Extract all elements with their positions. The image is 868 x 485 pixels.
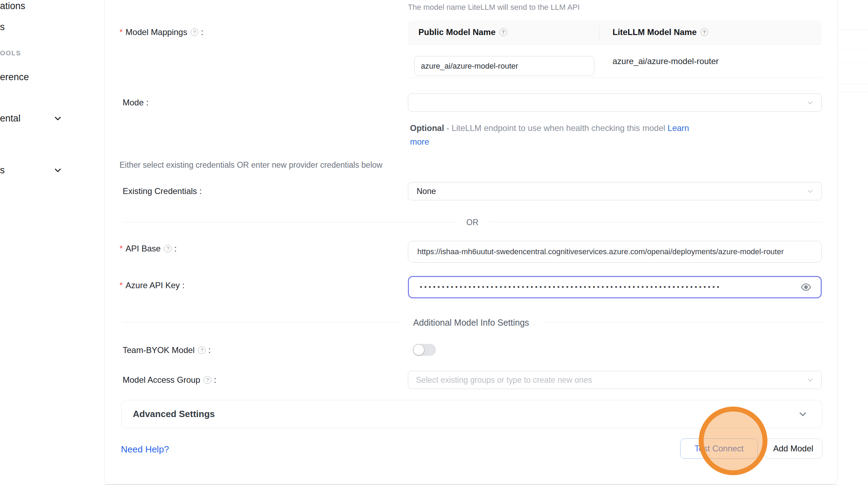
model-access-group-label: Model Access Group — [123, 375, 200, 385]
azure-api-key-label-row: * Azure API Key : — [119, 280, 185, 290]
label-colon: : — [182, 280, 185, 290]
gutter-line — [838, 92, 868, 92]
public-model-name-header-text: Public Model Name — [418, 27, 495, 37]
chevron-down-icon[interactable] — [54, 114, 62, 123]
help-icon[interactable]: ? — [198, 346, 206, 354]
help-icon[interactable]: ? — [204, 376, 211, 384]
chevron-down-icon — [806, 187, 814, 195]
mode-select[interactable] — [408, 93, 822, 112]
help-icon[interactable]: ? — [700, 28, 708, 36]
required-asterisk: * — [119, 244, 123, 254]
advanced-settings-title: Advanced Settings — [122, 409, 215, 420]
label-colon: : — [201, 27, 203, 37]
gutter-line — [838, 62, 868, 62]
team-byok-label-row: Team-BYOK Model ? : — [123, 345, 211, 355]
required-asterisk: * — [119, 280, 123, 290]
model-access-group-placeholder: Select existing groups or type to create… — [408, 375, 592, 385]
gutter-line — [838, 30, 868, 30]
help-icon[interactable]: ? — [164, 245, 172, 252]
api-base-label-row: * API Base ? : — [119, 244, 177, 254]
model-mapping-row: azure_ai/azure-model-router — [408, 44, 822, 78]
litellm-model-name-value: azure_ai/azure-model-router — [613, 44, 719, 78]
sidebar-item-s1[interactable]: s — [0, 22, 5, 33]
litellm-model-name-helper: The model name LiteLLM will send to the … — [408, 3, 580, 12]
model-mappings-table-header: Public Model Name ? LiteLLM Model Name ? — [408, 20, 822, 44]
litellm-model-name-header: LiteLLM Model Name ? — [599, 27, 708, 37]
litellm-model-name-header-text: LiteLLM Model Name — [613, 27, 697, 37]
password-dots: ••••••••••••••••••••••••••••••••••••••••… — [409, 283, 780, 291]
chevron-down-icon[interactable] — [54, 166, 62, 174]
public-model-name-input[interactable] — [414, 56, 594, 76]
azure-api-key-label: Azure API Key — [125, 280, 180, 290]
model-access-group-select[interactable]: Select existing groups or type to create… — [408, 371, 822, 389]
team-byok-toggle[interactable] — [413, 344, 436, 356]
mode-label-row: Mode : — [123, 98, 149, 108]
model-mappings-label-row: * Model Mappings ? : — [119, 27, 203, 37]
add-model-button[interactable]: Add Model — [764, 438, 822, 459]
or-divider-line-left — [123, 222, 456, 222]
help-icon[interactable]: ? — [499, 28, 507, 36]
model-mappings-label: Model Mappings — [125, 27, 187, 37]
public-model-name-header: Public Model Name ? — [408, 27, 599, 37]
info-divider-line-left — [123, 322, 398, 323]
sidebar-item-erence[interactable]: erence — [0, 72, 29, 83]
add-model-screen: ations s OOLS erence ental s The model n… — [0, 0, 868, 485]
sidebar-section-tools: OOLS — [0, 49, 21, 57]
chevron-down-icon — [806, 376, 814, 384]
existing-credentials-select[interactable]: None — [408, 182, 822, 200]
required-asterisk: * — [119, 27, 123, 37]
or-divider-text: OR — [456, 217, 489, 228]
need-help-link[interactable]: Need Help? — [121, 444, 169, 455]
mode-help-body: - LiteLLM endpoint to use when health ch… — [444, 123, 668, 133]
api-base-input-wrap — [408, 241, 822, 263]
sidebar-item-ental[interactable]: ental — [0, 113, 21, 124]
chevron-down-icon — [806, 98, 814, 107]
existing-credentials-value: None — [408, 187, 436, 196]
azure-api-key-input[interactable]: ••••••••••••••••••••••••••••••••••••••••… — [408, 276, 822, 298]
column-divider — [599, 25, 600, 40]
team-byok-label: Team-BYOK Model — [123, 345, 194, 355]
eye-icon[interactable] — [800, 282, 812, 293]
label-colon: : — [208, 345, 211, 355]
label-colon: : — [214, 375, 216, 385]
existing-credentials-label-row: Existing Credentials : — [123, 186, 202, 196]
label-colon: : — [199, 186, 202, 196]
mode-help-text: Optional - LiteLLM endpoint to use when … — [410, 121, 701, 148]
mode-label: Mode — [123, 98, 144, 108]
api-base-input[interactable] — [408, 247, 821, 256]
label-colon: : — [146, 98, 149, 108]
info-divider-line-right — [544, 322, 822, 323]
gutter-line — [838, 49, 868, 49]
toggle-knob — [414, 345, 424, 355]
gutter-line — [838, 84, 868, 84]
sidebar-item-s2[interactable]: s — [0, 165, 5, 176]
chevron-down-icon — [798, 409, 808, 420]
existing-credentials-label: Existing Credentials — [123, 186, 197, 196]
model-mappings-table: Public Model Name ? LiteLLM Model Name ?… — [408, 20, 822, 78]
model-access-group-label-row: Model Access Group ? : — [123, 375, 216, 385]
credentials-note: Either select existing credentials OR en… — [119, 160, 382, 170]
test-connect-button[interactable]: Test Connect — [680, 438, 758, 459]
api-base-label: API Base — [125, 244, 160, 254]
or-divider-line-right — [489, 222, 822, 222]
label-colon: : — [174, 244, 177, 254]
help-icon[interactable]: ? — [191, 28, 198, 36]
sidebar-item-ations[interactable]: ations — [0, 1, 25, 12]
advanced-settings-panel[interactable]: Advanced Settings — [121, 400, 822, 428]
optional-bold: Optional — [410, 123, 444, 133]
info-divider-text: Additional Model Info Settings — [398, 317, 544, 328]
